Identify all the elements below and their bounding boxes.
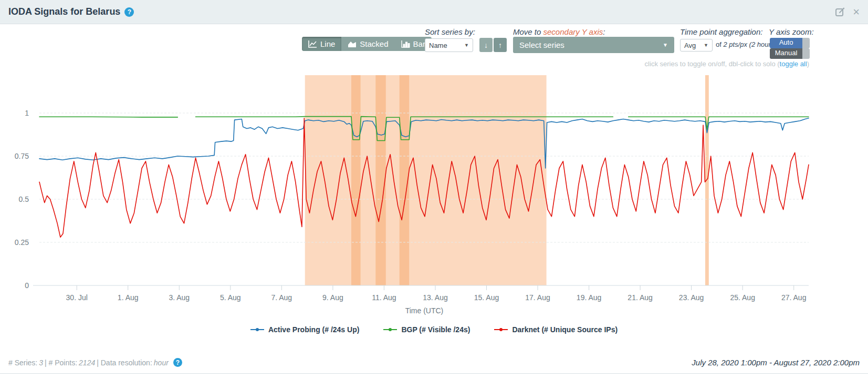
svg-text:3. Aug: 3. Aug bbox=[169, 293, 190, 302]
sort-series-label: Sort series by: bbox=[425, 27, 475, 36]
sort-series-select[interactable]: Name ▼ bbox=[425, 38, 473, 52]
y-zoom-manual-button[interactable]: Manual bbox=[770, 48, 810, 59]
svg-text:30. Jul: 30. Jul bbox=[66, 293, 88, 302]
help-icon[interactable]: ? bbox=[124, 7, 134, 17]
svg-text:25. Aug: 25. Aug bbox=[730, 293, 755, 302]
svg-text:0.75: 0.75 bbox=[15, 152, 29, 160]
chart-legend: Active Probing (# /24s Up)BGP (# Visible… bbox=[0, 325, 868, 334]
legend-marker-icon bbox=[494, 329, 508, 330]
line-chart-icon bbox=[308, 40, 317, 48]
svg-text:15. Aug: 15. Aug bbox=[474, 293, 499, 302]
panel-footer: # Series: 3 | # Points: 2124 | Data reso… bbox=[0, 355, 868, 374]
panel-header: IODA Signals for Belarus ? × bbox=[0, 0, 868, 24]
page-title: IODA Signals for Belarus bbox=[8, 6, 120, 17]
aggregation-label: Time point aggregation: bbox=[680, 27, 762, 36]
legend-label: BGP (# Visible /24s) bbox=[401, 325, 470, 334]
svg-text:21. Aug: 21. Aug bbox=[628, 293, 653, 302]
svg-text:0.5: 0.5 bbox=[19, 195, 29, 203]
arrow-up-icon: ↑ bbox=[498, 41, 502, 49]
series-toggle-hint: click series to toggle on/off, dbl-click… bbox=[645, 60, 809, 68]
legend-item[interactable]: Darknet (# Unique Source IPs) bbox=[494, 325, 618, 334]
chart-canvas[interactable]: 30. Jul1. Aug3. Aug5. Aug7. Aug9. Aug11.… bbox=[0, 69, 868, 316]
svg-text:7. Aug: 7. Aug bbox=[271, 293, 292, 302]
arrow-down-icon: ↓ bbox=[484, 41, 488, 49]
svg-text:19. Aug: 19. Aug bbox=[577, 293, 602, 302]
chart-type-switcher: Line Stacked Bar bbox=[302, 37, 432, 51]
toggle-all-link[interactable]: toggle all bbox=[780, 60, 807, 68]
legend-marker-icon bbox=[383, 329, 397, 330]
close-icon[interactable]: × bbox=[853, 7, 860, 17]
bar-chart-icon bbox=[401, 40, 410, 48]
timeseries-chart[interactable]: 30. Jul1. Aug3. Aug5. Aug7. Aug9. Aug11.… bbox=[0, 69, 868, 334]
legend-label: Darknet (# Unique Source IPs) bbox=[512, 325, 618, 334]
edit-icon[interactable] bbox=[835, 7, 845, 17]
aggregation-suffix: of 2 pts/px (2 hours) bbox=[716, 40, 777, 48]
svg-text:27. Aug: 27. Aug bbox=[781, 293, 807, 302]
svg-text:13. Aug: 13. Aug bbox=[423, 293, 448, 302]
legend-item[interactable]: Active Probing (# /24s Up) bbox=[250, 325, 359, 334]
chart-type-line-button[interactable]: Line bbox=[302, 37, 341, 51]
chart-type-stacked-button[interactable]: Stacked bbox=[341, 37, 394, 51]
y-zoom-auto-button[interactable]: Auto bbox=[770, 38, 810, 48]
svg-text:0: 0 bbox=[25, 281, 29, 290]
chevron-down-icon: ▼ bbox=[663, 42, 668, 48]
svg-text:Time (UTC): Time (UTC) bbox=[405, 306, 444, 315]
chevron-down-icon: ▼ bbox=[704, 43, 708, 48]
svg-text:5. Aug: 5. Aug bbox=[220, 293, 241, 302]
svg-text:23. Aug: 23. Aug bbox=[679, 293, 704, 302]
legend-marker-icon bbox=[250, 329, 264, 330]
data-resolution: hour bbox=[154, 358, 169, 367]
chevron-down-icon: ▼ bbox=[464, 43, 469, 48]
stacked-chart-icon bbox=[348, 40, 357, 48]
svg-text:1: 1 bbox=[25, 109, 29, 117]
sort-ascending-button[interactable]: ↑ bbox=[494, 38, 507, 52]
svg-text:0.25: 0.25 bbox=[15, 238, 29, 247]
legend-label: Active Probing (# /24s Up) bbox=[268, 325, 359, 334]
series-count: 3 bbox=[39, 358, 43, 367]
svg-text:9. Aug: 9. Aug bbox=[322, 293, 343, 302]
date-range: July 28, 2020 1:00pm - August 27, 2020 2… bbox=[692, 358, 860, 367]
help-icon[interactable]: ? bbox=[173, 358, 182, 367]
chart-toolbar: Line Stacked Bar Sort series by: Name ▼ … bbox=[0, 24, 868, 69]
aggregation-select[interactable]: Avg ▼ bbox=[680, 39, 713, 52]
legend-item[interactable]: BGP (# Visible /24s) bbox=[383, 325, 470, 334]
sort-descending-button[interactable]: ↓ bbox=[479, 38, 493, 52]
y-axis-zoom-label: Y axis zoom: bbox=[769, 27, 814, 36]
svg-text:11. Aug: 11. Aug bbox=[372, 293, 396, 302]
chart-metadata: # Series: 3 | # Points: 2124 | Data reso… bbox=[8, 358, 182, 367]
points-count: 2124 bbox=[79, 358, 95, 367]
svg-text:1. Aug: 1. Aug bbox=[118, 293, 139, 302]
svg-text:17. Aug: 17. Aug bbox=[525, 293, 550, 302]
select-series-dropdown[interactable]: Select series ▼ bbox=[513, 37, 674, 53]
secondary-axis-label: Move to secondary Y axis: bbox=[513, 27, 605, 36]
